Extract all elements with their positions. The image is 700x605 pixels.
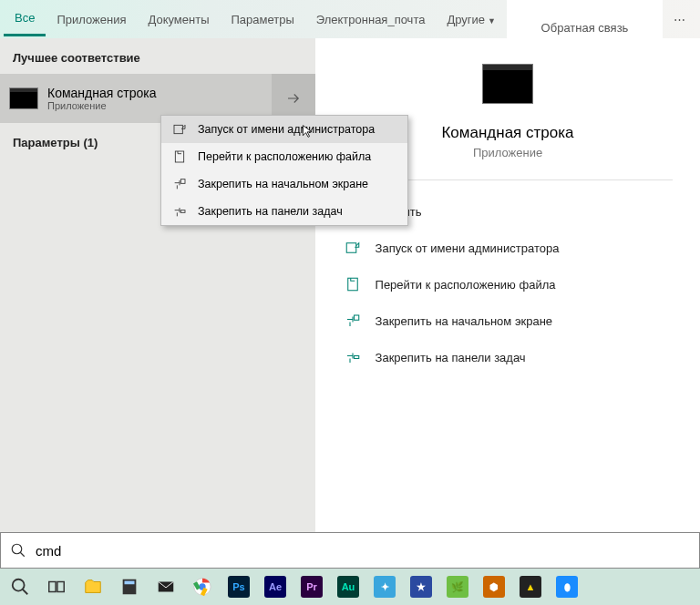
chrome-icon[interactable]: [190, 574, 215, 600]
premiere-icon[interactable]: Pr: [299, 574, 324, 600]
aftereffects-icon[interactable]: Ae: [262, 574, 288, 600]
svg-point-9: [12, 544, 22, 554]
ctx-run-admin[interactable]: Запуск от имени администратора: [161, 116, 407, 143]
action-run-admin[interactable]: Запуск от имени администратора: [343, 230, 674, 266]
more-options-icon[interactable]: ⋯: [663, 4, 696, 36]
task-view-icon[interactable]: [44, 574, 69, 600]
tab-email[interactable]: Электронная_почта: [305, 4, 437, 36]
app-icon-1[interactable]: ✦: [372, 574, 397, 600]
svg-rect-1: [346, 243, 356, 253]
tab-docs[interactable]: Документы: [137, 4, 220, 36]
svg-rect-8: [180, 210, 185, 213]
shield-icon: [343, 238, 363, 258]
svg-rect-5: [174, 125, 182, 133]
tab-feedback[interactable]: Обратная связь: [507, 0, 663, 44]
tab-more[interactable]: Другие▼: [436, 4, 507, 36]
photoshop-icon[interactable]: Ps: [226, 574, 252, 600]
tabs-row: Все Приложения Документы Параметры Элект…: [0, 0, 700, 38]
audition-icon[interactable]: Au: [335, 574, 361, 600]
search-icon: [10, 542, 26, 559]
search-panel: Все Приложения Документы Параметры Элект…: [0, 0, 700, 569]
preview-title: Командная строка: [441, 124, 573, 142]
svg-rect-11: [49, 582, 56, 592]
best-match-heading: Лучшее соответствие: [0, 38, 315, 74]
pin-taskbar-icon: [343, 347, 363, 367]
svg-rect-4: [354, 356, 358, 359]
svg-rect-7: [180, 179, 185, 184]
tab-all[interactable]: Все: [4, 2, 46, 36]
search-taskbar-icon[interactable]: [7, 574, 33, 600]
search-bar[interactable]: [0, 532, 700, 569]
folder-icon: [343, 274, 363, 294]
shield-icon: [170, 120, 189, 138]
calculator-icon[interactable]: [117, 574, 142, 600]
action-open-location[interactable]: Перейти к расположению файла: [343, 266, 674, 302]
tab-settings[interactable]: Параметры: [220, 4, 304, 36]
action-pin-taskbar[interactable]: Закрепить на панели задач: [343, 339, 674, 375]
explorer-icon[interactable]: [80, 574, 106, 600]
app-icon-4[interactable]: ⬢: [481, 574, 507, 600]
pin-start-icon: [170, 175, 189, 193]
app-icon-3[interactable]: 🌿: [445, 574, 470, 600]
ctx-pin-taskbar[interactable]: Закрепить на панели задач: [161, 198, 407, 225]
taskbar: Ps Ae Pr Au ✦ ★ 🌿 ⬢ ▲ ⬮: [0, 569, 700, 605]
pin-taskbar-icon: [170, 202, 189, 220]
folder-icon: [170, 148, 189, 166]
svg-rect-2: [347, 278, 357, 291]
svg-point-10: [13, 579, 25, 591]
svg-rect-14: [125, 581, 135, 585]
action-pin-start[interactable]: Закрепить на начальном экране: [343, 302, 674, 339]
app-icon-2[interactable]: ★: [408, 574, 434, 600]
result-title: Командная строка: [47, 86, 156, 100]
preview-cmd-icon: [482, 64, 533, 104]
app-icon-6[interactable]: ⬮: [554, 574, 580, 600]
svg-rect-12: [57, 582, 64, 592]
ctx-open-location[interactable]: Перейти к расположению файла: [161, 143, 407, 170]
cmd-icon: [9, 87, 38, 109]
svg-rect-3: [354, 315, 358, 320]
pin-start-icon: [343, 311, 363, 331]
tab-apps[interactable]: Приложения: [46, 4, 137, 36]
chevron-down-icon: ▼: [488, 16, 496, 26]
svg-rect-6: [175, 151, 183, 162]
result-subtitle: Приложение: [47, 100, 156, 111]
preview-subtitle: Приложение: [473, 146, 542, 159]
search-input[interactable]: [36, 543, 690, 559]
mail-icon[interactable]: [153, 574, 179, 600]
context-menu: Запуск от имени администратора Перейти к…: [160, 115, 408, 226]
ctx-pin-start[interactable]: Закрепить на начальном экране: [161, 170, 407, 198]
app-icon-5[interactable]: ▲: [518, 574, 543, 600]
